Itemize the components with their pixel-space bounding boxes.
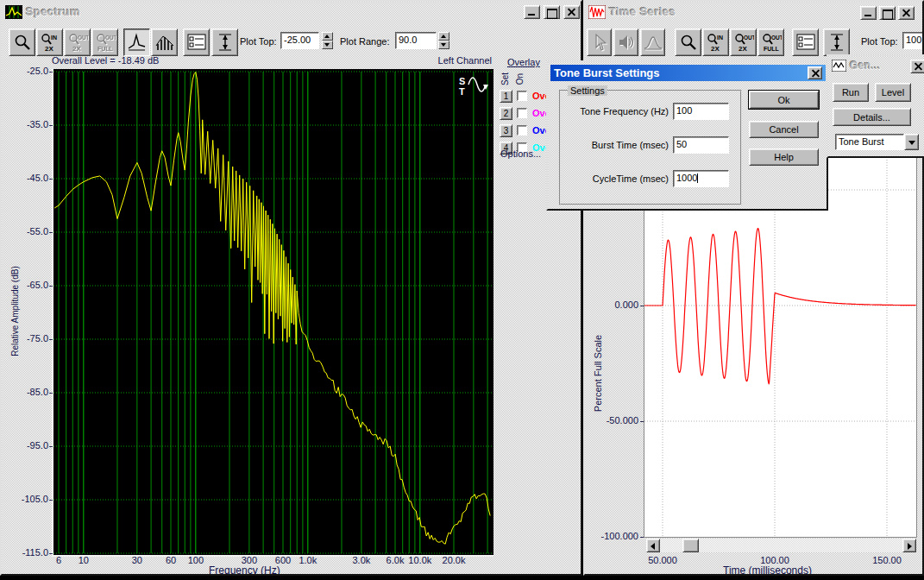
maximize-button[interactable]: [879, 6, 896, 20]
scrollbar-thumb[interactable]: [682, 539, 699, 552]
overlay-set-1-button[interactable]: 1: [500, 90, 512, 103]
bar-display-button[interactable]: [151, 28, 178, 56]
peak-curve-button[interactable]: [123, 28, 150, 56]
spectrum-plot[interactable]: [53, 69, 493, 555]
ok-button[interactable]: Ok: [749, 91, 819, 109]
overall-level-text: Overall Level = -18.49 dB: [52, 55, 159, 66]
time-x-tick-label: 50.000: [648, 555, 677, 565]
peak-curve-button[interactable]: [640, 28, 665, 56]
speaker-button[interactable]: [613, 28, 638, 56]
zoom-out-full-button[interactable]: OUTFULL: [91, 28, 118, 56]
spectrum-window-icon: [5, 5, 22, 19]
time-y-tick-label: -50.000: [585, 415, 638, 426]
y-tick-mark: [640, 306, 644, 306]
signal-type-dropdown-button[interactable]: [904, 134, 919, 150]
tone-frequency-input[interactable]: 100: [673, 103, 729, 120]
spectrum-y-tick-label: -85.0: [5, 387, 48, 397]
spectrum-x-tick-label: 1.0k: [299, 555, 317, 565]
plot-top-input[interactable]: -25.00: [280, 32, 319, 49]
run-button[interactable]: Run: [833, 83, 869, 102]
display-options-button[interactable]: [792, 28, 819, 56]
zoom-in-2x-button[interactable]: IN2X: [36, 28, 63, 56]
dialog-titlebar[interactable]: Tone Burst Settings: [550, 65, 826, 81]
spectrum-y-tick-label: -35.0: [5, 119, 48, 129]
details-button[interactable]: Details...: [833, 108, 911, 126]
dialog-close-button[interactable]: [808, 66, 822, 79]
dialog-title: Tone Burst Settings: [554, 66, 660, 79]
generator-window-title: Gen...: [850, 60, 881, 72]
cancel-button[interactable]: Cancel: [749, 121, 819, 138]
zoom-button[interactable]: [675, 28, 701, 56]
zoom-icon: [13, 33, 32, 52]
overlay-on-2-checkbox[interactable]: [517, 108, 527, 118]
plot-range-input[interactable]: 90.0: [395, 32, 437, 49]
spectrum-x-tick-label: 20.0k: [443, 555, 466, 565]
spectrum-x-tick-label: 10.0k: [408, 555, 431, 565]
svg-text:OUT: OUT: [771, 35, 782, 41]
time-x-axis-title: Time (milliseconds): [723, 564, 812, 576]
y-tick-mark: [640, 421, 644, 422]
time-scrollbar[interactable]: [646, 539, 916, 552]
pointer-button[interactable]: [587, 28, 612, 56]
display-options-button[interactable]: [183, 28, 210, 56]
close-button[interactable]: [563, 5, 580, 19]
overlay-set-2-button[interactable]: 2: [500, 107, 512, 120]
plot-top-input[interactable]: 100.0: [902, 32, 924, 49]
overlay-on-3-checkbox[interactable]: [517, 125, 527, 136]
chevron-down-icon: [908, 141, 915, 145]
close-button[interactable]: [910, 60, 924, 73]
tone-frequency-label: Tone Frequency (Hz): [567, 106, 669, 117]
svg-text:2X: 2X: [711, 45, 720, 53]
level-button[interactable]: Level: [875, 83, 911, 102]
settings-group-label: Settings: [568, 85, 607, 96]
spectrum-y-tick-label: -55.0: [5, 226, 48, 236]
spectrum-y-tick-label: -45.0: [5, 173, 48, 183]
close-button[interactable]: [898, 6, 915, 20]
signal-type-select[interactable]: Tone Burst: [835, 134, 904, 150]
y-tick-mark: [49, 500, 53, 501]
vertical-scale-button[interactable]: [823, 28, 850, 56]
zoom-out-2x-icon: OUT2X: [733, 32, 754, 53]
cycle-time-value: 1000: [676, 173, 697, 183]
plot-top-spinner[interactable]: [322, 32, 333, 49]
spectrum-titlebar[interactable]: Spectrum: [3, 3, 580, 21]
zoom-out-full-icon: OUTFULL: [761, 32, 782, 53]
time-x-tick-label: 150.00: [872, 555, 902, 565]
zoom-out-full-icon: OUTFULL: [95, 32, 116, 53]
spectrum-window-title: Spectrum: [26, 5, 80, 18]
zoom-out-2x-button[interactable]: OUT2X: [64, 28, 91, 56]
maximize-button[interactable]: [544, 5, 560, 19]
svg-text:IN: IN: [717, 35, 723, 41]
plot-range-spinner[interactable]: [438, 32, 449, 49]
spectrum-x-tick-label: 6.0k: [387, 555, 405, 565]
scroll-right-button[interactable]: [902, 539, 916, 552]
scroll-left-button[interactable]: [646, 539, 660, 552]
spectra-logo-icon: ST: [456, 74, 493, 100]
svg-text:OUT: OUT: [105, 35, 116, 41]
help-button[interactable]: Help: [749, 148, 819, 166]
svg-text:FULL: FULL: [764, 46, 780, 52]
zoom-in-2x-button[interactable]: IN2X: [702, 28, 729, 56]
spectrum-y-tick-label: -95.0: [5, 440, 48, 451]
y-tick-mark: [49, 232, 53, 233]
zoom-out-2x-button[interactable]: OUT2X: [730, 28, 757, 56]
zoom-in-2x-icon: IN2X: [706, 32, 726, 53]
vertical-scale-button[interactable]: [211, 28, 238, 56]
time-series-window-title: Time Series: [609, 5, 676, 18]
overlay-set-3-button[interactable]: 3: [500, 124, 512, 137]
overlay-on-1-checkbox[interactable]: [517, 91, 527, 101]
vertical-scale-icon: [827, 32, 846, 53]
spectrum-x-axis-title: Frequency (Hz): [209, 564, 280, 576]
overlay-col-on: On: [515, 71, 525, 88]
generator-window: Gen... Run Level Details... Tone Burst: [827, 54, 924, 158]
svg-text:2X: 2X: [45, 45, 53, 53]
overlay-panel-title: Overlay: [507, 57, 540, 67]
minimize-button[interactable]: [524, 5, 540, 19]
zoom-out-2x-icon: OUT2X: [67, 32, 88, 53]
cycle-time-input[interactable]: 1000: [673, 170, 729, 187]
zoom-out-full-button[interactable]: OUTFULL: [757, 28, 784, 56]
overlay-options-link[interactable]: Options...: [500, 148, 541, 159]
minimize-button[interactable]: [860, 6, 877, 20]
zoom-button[interactable]: [9, 28, 35, 56]
burst-time-input[interactable]: 50: [673, 136, 729, 154]
